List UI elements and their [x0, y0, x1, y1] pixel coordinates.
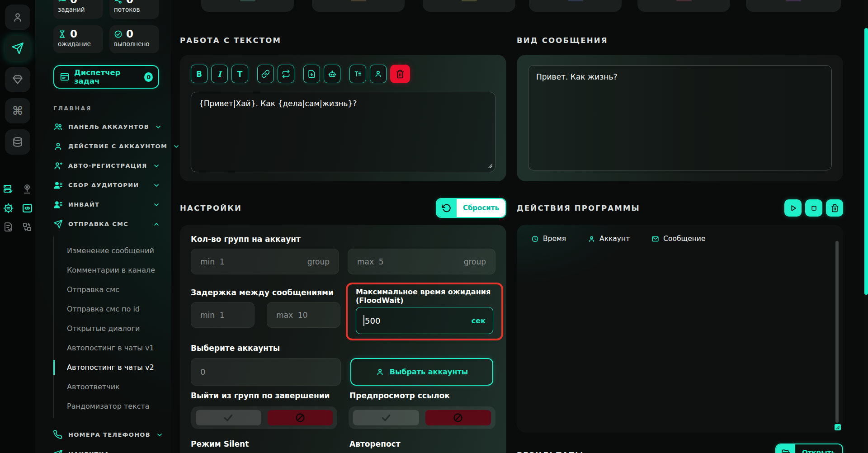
nav-item-label: ПАНЕЛЬ АККАУНТОВ: [68, 123, 149, 130]
gear-icon[interactable]: [2, 202, 14, 214]
clear-text-button[interactable]: [390, 65, 410, 83]
nav-item-accounts-panel[interactable]: ПАНЕЛЬ АККАУНТОВ: [53, 117, 160, 137]
submenu-item-text-randomizer[interactable]: Рандомизатор текста: [54, 396, 171, 416]
repeat-button[interactable]: [278, 65, 294, 83]
nav-item-sms-sending[interactable]: ОТПРАВКА СМС: [53, 214, 160, 234]
nav-item-boosting[interactable]: НАКРУТКА: [53, 444, 160, 453]
clear-log-button[interactable]: [826, 199, 843, 217]
commands-rail-button[interactable]: ⌘: [5, 98, 30, 123]
submenu-item-autoposting-v2[interactable]: Автопостинг в чаты v2: [54, 358, 171, 377]
leave-groups-toggle: [191, 406, 337, 429]
link-button[interactable]: [257, 65, 274, 83]
leave-groups-label: Выйти из групп по завершении: [191, 391, 330, 400]
diamond-icon: [12, 74, 24, 85]
text-panel-title: РАБОТА С ТЕКСТОМ: [180, 36, 506, 45]
text-format-button[interactable]: [349, 65, 366, 83]
select-accounts-button[interactable]: Выбрать аккаунты: [350, 358, 493, 386]
envelope-icon: [651, 235, 659, 243]
rotate-ccw-icon: [437, 199, 457, 217]
stat-card-done: 0 выполнено: [109, 25, 159, 53]
accounts-count-input[interactable]: 0: [191, 358, 341, 386]
submenu-item-sms-send[interactable]: Отправка смс: [54, 280, 171, 299]
start-button[interactable]: [784, 199, 802, 217]
top-card: [529, 0, 622, 12]
link-icon: [261, 70, 270, 78]
sender-rail-button[interactable]: [5, 36, 30, 61]
page-scrollbar[interactable]: [864, 0, 868, 453]
blocks-swap-icon[interactable]: [21, 221, 33, 233]
nav-item-account-action[interactable]: ДЕЙСТВИЕ С АККАУНТОМ: [53, 137, 160, 156]
submenu-item-autoresponder[interactable]: Автоответчик: [54, 377, 171, 396]
nav-item-auto-registration[interactable]: АВТО-РЕГИСТРАЦИЯ: [53, 156, 160, 175]
submenu-item-autoposting-v1[interactable]: Автопостинг в чаты v1: [54, 338, 171, 358]
document-check-icon[interactable]: [2, 221, 14, 233]
floodwait-highlight-box: Максимальное время ожидания (FloodWait) …: [346, 283, 503, 340]
toggle-yes-option[interactable]: [196, 410, 261, 425]
open-results-button[interactable]: Открыть: [775, 444, 843, 453]
groups-max-unit: group: [464, 257, 486, 266]
nav-item-phone-numbers[interactable]: НОМЕРА ТЕЛЕФОНОВ: [53, 425, 160, 444]
user-list-icon: [53, 200, 63, 209]
autorepost-label: Авторепост: [349, 439, 401, 448]
floodwait-input[interactable]: 500 сек: [356, 307, 493, 334]
log-table-header: Время Аккаунт Сообщение: [526, 232, 834, 245]
reset-button[interactable]: Сбросить: [436, 198, 506, 218]
premium-rail-button[interactable]: [5, 67, 30, 92]
select-accounts-label: Выбрать аккаунты: [390, 368, 468, 376]
stats-grid: 0 заданий 0 потоков 0 ожидание 0 выполне…: [53, 0, 159, 53]
stat-label: ожидание: [58, 40, 99, 47]
proxy-person-icon[interactable]: [21, 183, 33, 195]
column-label: Аккаунт: [599, 235, 630, 243]
nav-item-label: ИНВАЙТ: [68, 201, 99, 208]
submenu-item-open-dialogs[interactable]: Открытые диалоги: [54, 319, 171, 338]
task-manager-button[interactable]: Диспетчер задач 0: [53, 65, 159, 89]
mention-button[interactable]: [370, 65, 387, 83]
toggle-no-option[interactable]: [268, 410, 333, 425]
delay-max-input[interactable]: max 10: [267, 302, 340, 328]
groups-min-input[interactable]: min 1 group: [191, 249, 339, 274]
submenu-item-channel-comments[interactable]: Комментарии в канале: [54, 260, 171, 280]
database-icon: [12, 136, 24, 148]
task-manager-icon: [60, 72, 70, 82]
nav-item-label: ОТПРАВКА СМС: [68, 221, 128, 227]
delay-min-input[interactable]: min 1: [191, 302, 255, 328]
italic-button[interactable]: I: [211, 65, 228, 83]
stop-button[interactable]: [805, 199, 822, 217]
nav-item-invite[interactable]: ИНВАЙТ: [53, 195, 160, 214]
delay-label: Задержка между сообщениями: [191, 288, 334, 297]
stat-card-waiting: 0 ожидание: [53, 25, 103, 53]
submenu-item-sms-by-id[interactable]: Отправка смс по id: [54, 299, 171, 319]
groups-max-input[interactable]: max 5 group: [348, 249, 495, 274]
page-scrollbar-thumb[interactable]: [864, 28, 868, 295]
chevron-up-icon: [153, 221, 160, 228]
toggle-yes-option[interactable]: [353, 410, 419, 425]
nav-item-label: НАКРУТКА: [68, 451, 109, 453]
task-manager-label: Диспетчер задач: [74, 68, 140, 85]
floodwait-label-line2: (FloodWait): [356, 296, 493, 305]
submenu-item-message-editing[interactable]: Изменение сообщений: [54, 241, 171, 260]
phone-icon: [53, 430, 63, 439]
server-check-icon[interactable]: [2, 183, 14, 195]
log-scrollbar[interactable]: [835, 241, 839, 423]
database-rail-button[interactable]: [5, 129, 30, 155]
code-window-icon[interactable]: [21, 202, 33, 214]
text-style-button[interactable]: T: [231, 65, 248, 83]
user-list-icon: [53, 180, 63, 190]
nav-item-audience-collection[interactable]: СБОР АУДИТОРИИ: [53, 175, 160, 195]
bold-button[interactable]: B: [191, 65, 208, 83]
bot-button[interactable]: [324, 65, 340, 83]
profile-rail-button[interactable]: [5, 5, 30, 30]
sms-submenu: Изменение сообщений Комментарии в канале…: [53, 236, 171, 418]
file-insert-button[interactable]: [303, 65, 320, 83]
column-account: Аккаунт: [588, 235, 630, 243]
program-action-buttons: [784, 199, 843, 217]
stat-value: 0: [126, 28, 133, 40]
hourglass-icon: [58, 30, 66, 38]
repeat-icon: [282, 70, 290, 78]
checklist-icon: [58, 0, 66, 4]
message-textarea[interactable]: {Привет|Хай}. Как {дела|сам|жизнь}?: [191, 92, 495, 172]
reset-button-label: Сбросить: [457, 199, 505, 217]
panel-resize-handle[interactable]: [835, 424, 841, 430]
toggle-no-option[interactable]: [425, 410, 491, 425]
chevron-down-icon: [155, 123, 162, 131]
